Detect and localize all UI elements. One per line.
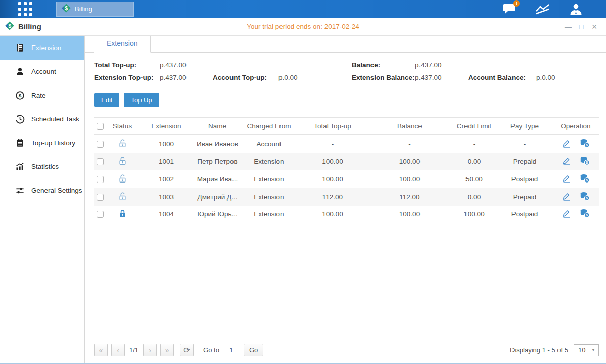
user-account-icon[interactable] (569, 3, 583, 15)
column-header-pay-type[interactable]: Pay Type (497, 118, 552, 135)
edit-row-icon[interactable] (562, 174, 571, 183)
sidebar-menu: ExtensionAccount$RateScheduled TaskTop-u… (0, 36, 85, 363)
next-page-button[interactable]: › (143, 344, 157, 356)
topup-row-icon[interactable]: $ (580, 209, 590, 218)
cell-extension: 1001 (138, 153, 194, 170)
table-body: 1000Иван ИвановAccount----$1001Петр Петр… (94, 135, 599, 223)
column-header-balance[interactable]: Balance (368, 118, 451, 135)
page-size-value: 10 (574, 346, 591, 354)
prev-page-button[interactable]: ‹ (111, 344, 125, 356)
refresh-icon[interactable]: ⟳ (180, 344, 194, 356)
cell-name: Иван Иванов (194, 135, 241, 153)
cell-total-topup: 100.00 (297, 170, 368, 188)
stats-icon (15, 162, 25, 171)
topup-row-icon[interactable]: $ (580, 192, 590, 201)
cell-credit-limit: - (451, 135, 497, 153)
first-page-button[interactable]: « (94, 344, 108, 356)
topup-button[interactable]: Top Up (124, 93, 159, 107)
sidebar-item-extension[interactable]: Extension (0, 36, 84, 60)
lock-open-icon (119, 139, 126, 148)
topup-row-icon[interactable]: $ (580, 174, 590, 183)
pagination-bar: « ‹ 1/1 › » ⟳ Go to Go Displaying 1 - 5 … (94, 339, 599, 363)
cell-extension: 1003 (138, 188, 194, 206)
cell-total-topup: 112.00 (297, 188, 368, 206)
cell-balance: - (368, 135, 451, 153)
cell-pay-type: Postpaid (497, 170, 552, 188)
sidebar-item-label: Statistics (31, 163, 59, 170)
column-header-operation[interactable]: Operation (552, 118, 599, 135)
row-checkbox[interactable] (97, 211, 104, 218)
notifications-chat-icon[interactable]: ! (502, 3, 516, 15)
sidebar-item-general-settings[interactable]: General Settings (0, 178, 84, 202)
column-header-name[interactable]: Name (194, 118, 241, 135)
topup-row-icon[interactable]: $ (580, 156, 590, 165)
sidebar-item-rate[interactable]: $Rate (0, 83, 84, 107)
dollar-circle-icon: $ (15, 90, 25, 100)
tab-extension[interactable]: Extension (94, 36, 151, 53)
column-header-charged-from[interactable]: Charged From (241, 118, 297, 135)
total-topup-label: Total Top-up: (94, 61, 160, 69)
column-header-credit-limit[interactable]: Credit Limit (451, 118, 497, 135)
sidebar-item-label: Scheduled Task (31, 115, 79, 123)
trial-notice: Your trial period ends on: 2017-02-24 (0, 23, 606, 30)
edit-row-icon[interactable] (562, 209, 571, 218)
sidebar-item-statistics[interactable]: Statistics (0, 155, 84, 178)
resource-monitor-icon[interactable] (535, 3, 550, 15)
person-icon (15, 67, 25, 76)
select-all-checkbox[interactable] (97, 123, 104, 130)
row-checkbox[interactable] (97, 158, 104, 165)
table-row: 1003Дмитрий Д...Extension112.00112.000.0… (94, 188, 599, 206)
page-size-select[interactable]: 10 ▼ (574, 344, 599, 356)
edit-row-icon[interactable] (562, 156, 571, 165)
extension-topup-value: p.437.00 (160, 74, 213, 81)
window-titlebar: $ Billing Your trial period ends on: 201… (0, 18, 606, 36)
sidebar-item-account[interactable]: Account (0, 60, 84, 83)
sidebar-item-label: Rate (31, 92, 46, 99)
cell-extension: 1004 (138, 206, 194, 223)
svg-text:$: $ (586, 213, 588, 217)
column-header-status[interactable]: Status (106, 118, 138, 135)
edit-row-icon[interactable] (562, 139, 571, 148)
row-checkbox[interactable] (97, 141, 104, 148)
table-row: 1000Иван ИвановAccount----$ (94, 135, 599, 153)
extension-balance-label: Extension Balance: (352, 74, 415, 81)
billing-app-icon: $ (5, 21, 14, 32)
row-checkbox[interactable] (97, 176, 104, 183)
balance-label: Balance: (352, 61, 415, 69)
apps-grid-icon[interactable] (18, 2, 33, 16)
row-checkbox[interactable] (97, 194, 104, 201)
table-header-row: StatusExtensionNameCharged FromTotal Top… (94, 118, 599, 135)
extension-balance-value: p.437.00 (415, 74, 468, 81)
topup-row-icon[interactable]: $ (580, 139, 590, 148)
svg-text:$: $ (9, 23, 12, 29)
sidebar-item-scheduled-task[interactable]: Scheduled Task (0, 107, 84, 131)
cell-name: Петр Петров (194, 153, 241, 170)
column-header-extension[interactable]: Extension (138, 118, 194, 135)
cell-charged-from: Extension (241, 206, 297, 223)
minimize-icon[interactable]: — (563, 21, 574, 32)
page-indicator: 1/1 (129, 346, 138, 354)
taskbar-item-billing[interactable]: $ Billing (56, 2, 134, 17)
cell-name: Мария Ива... (194, 170, 241, 188)
last-page-button[interactable]: » (160, 344, 174, 356)
svg-text:$: $ (586, 196, 588, 200)
goto-page-input[interactable] (224, 345, 239, 355)
account-topup-value: p.0.00 (278, 74, 352, 81)
billing-diamond-icon: $ (5, 21, 14, 30)
cell-balance: 100.00 (368, 206, 451, 223)
go-button[interactable]: Go (244, 344, 263, 356)
account-balance-value: p.0.00 (536, 74, 599, 81)
cell-charged-from: Account (241, 135, 297, 153)
account-topup-label: Account Top-up: (213, 74, 278, 81)
sidebar-item-label: Account (31, 68, 56, 75)
displaying-status: Displaying 1 - 5 of 5 (510, 346, 568, 354)
cell-total-topup: 100.00 (297, 153, 368, 170)
column-header-total-top-up[interactable]: Total Top-up (297, 118, 368, 135)
header-checkbox-cell (94, 118, 106, 135)
sidebar-item-top-up-history[interactable]: Top-up History (0, 131, 84, 155)
edit-button[interactable]: Edit (94, 93, 119, 107)
cell-credit-limit: 50.00 (451, 170, 497, 188)
maximize-icon[interactable]: □ (576, 21, 587, 32)
edit-row-icon[interactable] (562, 192, 571, 201)
close-icon[interactable]: ✕ (589, 21, 600, 32)
